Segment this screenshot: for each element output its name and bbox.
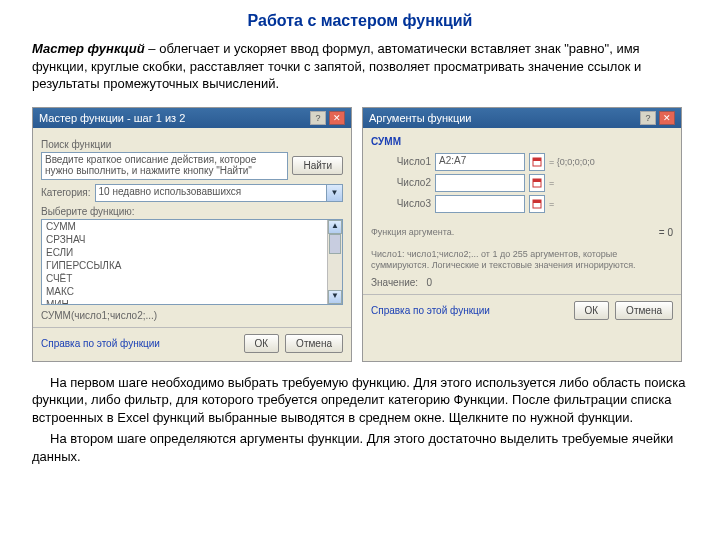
scrollbar[interactable]: ▲ ▼ xyxy=(327,220,342,304)
arg-label: Число2 xyxy=(371,177,431,188)
body-paragraph-1: На первом шаге необходимо выбрать требуе… xyxy=(32,374,688,427)
titlebar: Мастер функции - шаг 1 из 2 ? ✕ xyxy=(33,108,351,128)
wizard-step1-dialog: Мастер функции - шаг 1 из 2 ? ✕ Поиск фу… xyxy=(32,107,352,362)
search-section-label: Поиск функции xyxy=(41,139,343,150)
help-link[interactable]: Справка по этой функции xyxy=(371,305,490,316)
help-button[interactable]: ? xyxy=(640,111,656,125)
arg-result: = xyxy=(549,178,554,188)
list-item[interactable]: СУММ xyxy=(42,220,342,233)
svg-rect-5 xyxy=(533,200,541,203)
find-button[interactable]: Найти xyxy=(292,156,343,175)
dialog-title: Аргументы функции xyxy=(369,112,637,124)
cancel-button[interactable]: Отмена xyxy=(615,301,673,320)
range-picker-icon[interactable] xyxy=(529,195,545,213)
list-item[interactable]: СРЗНАЧ xyxy=(42,233,342,246)
intro-lead: Мастер функций xyxy=(32,41,145,56)
function-signature: СУММ(число1;число2;...) xyxy=(41,310,343,321)
help-button[interactable]: ? xyxy=(310,111,326,125)
titlebar: Аргументы функции ? ✕ xyxy=(363,108,681,128)
result-eq: = 0 xyxy=(659,227,673,238)
value-label: Значение: xyxy=(371,277,418,288)
value-row: Значение: 0 xyxy=(371,277,673,288)
svg-rect-3 xyxy=(533,179,541,182)
arg-result: = xyxy=(549,199,554,209)
list-item[interactable]: МАКС xyxy=(42,285,342,298)
scroll-up-icon[interactable]: ▲ xyxy=(328,220,342,234)
list-item[interactable]: ЕСЛИ xyxy=(42,246,342,259)
value-number: 0 xyxy=(426,277,432,288)
page-title: Работа с мастером функций xyxy=(32,12,688,30)
arg-description: Число1: число1;число2;... от 1 до 255 ар… xyxy=(371,249,673,271)
arg-result: = {0;0;0;0;0 xyxy=(549,157,595,167)
dialog-title: Мастер функции - шаг 1 из 2 xyxy=(39,112,307,124)
category-combo[interactable]: 10 недавно использовавшихся ▼ xyxy=(95,184,343,202)
list-item[interactable]: МИН xyxy=(42,298,342,305)
arg-input[interactable] xyxy=(435,195,525,213)
body-paragraph-2: На втором шаге определяются аргументы фу… xyxy=(32,430,688,465)
close-button[interactable]: ✕ xyxy=(659,111,675,125)
range-picker-icon[interactable] xyxy=(529,174,545,192)
arg-label: Число1 xyxy=(371,156,431,167)
cancel-button[interactable]: Отмена xyxy=(285,334,343,353)
chevron-down-icon[interactable]: ▼ xyxy=(327,184,343,202)
svg-rect-1 xyxy=(533,158,541,161)
intro-text: Мастер функций – облегчает и ускоряет вв… xyxy=(32,40,688,93)
ok-button[interactable]: ОК xyxy=(574,301,610,320)
category-label: Категория: xyxy=(41,187,91,198)
function-list[interactable]: СУММ СРЗНАЧ ЕСЛИ ГИПЕРССЫЛКА СЧЁТ МАКС М… xyxy=(41,219,343,305)
arg-input[interactable]: A2:A7 xyxy=(435,153,525,171)
close-button[interactable]: ✕ xyxy=(329,111,345,125)
scroll-thumb[interactable] xyxy=(329,234,341,254)
function-name: СУММ xyxy=(371,136,673,147)
arg-label: Число3 xyxy=(371,198,431,209)
arg-input[interactable] xyxy=(435,174,525,192)
scroll-down-icon[interactable]: ▼ xyxy=(328,290,342,304)
func-arg-label: Функция аргумента. xyxy=(371,227,659,238)
function-arguments-dialog: Аргументы функции ? ✕ СУММ Число1 A2:A7 … xyxy=(362,107,682,362)
ok-button[interactable]: ОК xyxy=(244,334,280,353)
range-picker-icon[interactable] xyxy=(529,153,545,171)
help-link[interactable]: Справка по этой функции xyxy=(41,338,160,349)
list-item[interactable]: ГИПЕРССЫЛКА xyxy=(42,259,342,272)
list-item[interactable]: СЧЁТ xyxy=(42,272,342,285)
search-input[interactable]: Введите краткое описание действия, котор… xyxy=(41,152,288,180)
select-fn-label: Выберите функцию: xyxy=(41,206,343,217)
category-value: 10 недавно использовавшихся xyxy=(95,184,327,202)
